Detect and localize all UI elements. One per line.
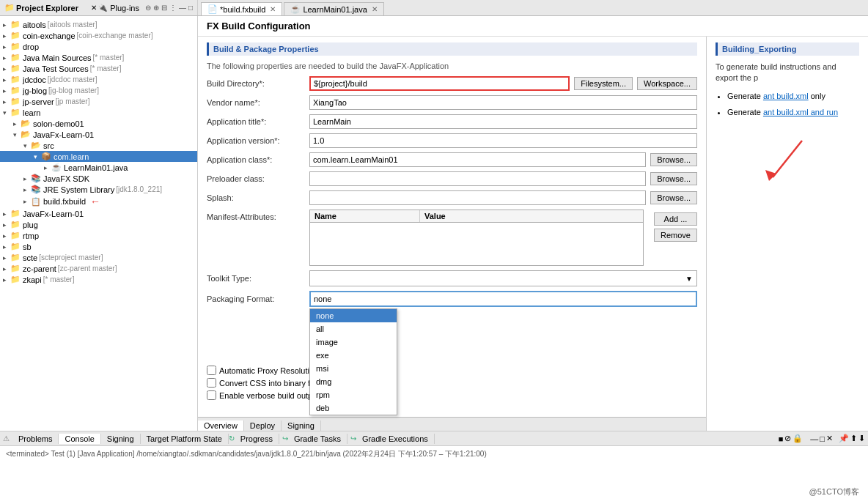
app-class-browse-btn[interactable]: Browse...: [650, 153, 697, 166]
app-class-input[interactable]: [309, 152, 646, 167]
tree-arrow: ▸: [3, 276, 10, 284]
tree-item-label: scte: [23, 253, 37, 262]
tab-console[interactable]: Console: [59, 434, 100, 444]
packaging-option-image[interactable]: image: [310, 336, 397, 349]
packaging-option-rpm[interactable]: rpm: [310, 388, 397, 401]
tree-item-drop[interactable]: ▸📁drop: [0, 41, 197, 52]
tree-item-java-test-sources[interactable]: ▸📁Java Test Sources [* master]: [0, 63, 197, 74]
overview-tab[interactable]: Overview: [198, 420, 244, 431]
filter-btn[interactable]: ⊟: [161, 4, 167, 12]
tab-build-fxbuild-close[interactable]: ✕: [270, 5, 276, 13]
tree-item-solon-demo01[interactable]: ▸📂solon-demo01: [0, 118, 197, 129]
gradle-icon: ↪: [282, 434, 288, 442]
nav-up-btn[interactable]: ⬆: [850, 434, 857, 443]
nav-down-btn[interactable]: ⬇: [858, 434, 865, 443]
tree-item-scte[interactable]: ▸📁scte [scteproject master]: [0, 252, 197, 263]
tab-learnmain01[interactable]: ☕ LearnMain01.java ✕: [284, 2, 383, 15]
splash-input[interactable]: [309, 190, 646, 205]
deploy-tab[interactable]: Deploy: [244, 420, 282, 431]
preloader-class-input[interactable]: [309, 171, 646, 186]
filesystem-btn[interactable]: Filesystem...: [574, 77, 633, 90]
packaging-option-none[interactable]: none: [310, 309, 397, 322]
add-manifest-btn[interactable]: Add ...: [654, 212, 697, 226]
packaging-option-deb[interactable]: deb: [310, 401, 397, 415]
signing-tab[interactable]: Signing: [282, 420, 321, 431]
bottom-tabs-bar: ⚠ Problems Console Signing Target Platfo…: [0, 431, 868, 446]
tree-item-aitools[interactable]: ▸📁aitools [aitools master]: [0, 19, 197, 30]
pin-btn[interactable]: 📌: [839, 434, 849, 443]
packaging-option-msi[interactable]: msi: [310, 362, 397, 375]
convert-css-checkbox[interactable]: [207, 378, 216, 388]
ant-build-xml-link[interactable]: ant build.xml: [763, 92, 809, 100]
tree-item-learnmain01[interactable]: ▸☕LearnMain01.java: [0, 162, 197, 173]
collapse-btn[interactable]: ⊖: [145, 4, 151, 12]
tab-build-fxbuild[interactable]: 📄 *build.fxbuild ✕: [201, 2, 282, 15]
vendor-name-input[interactable]: [309, 95, 697, 110]
tree-item-jg-blog[interactable]: ▸📁jg-blog [jg-blog master]: [0, 85, 197, 96]
packaging-option-all[interactable]: all: [310, 322, 397, 336]
tab-problems[interactable]: Problems: [12, 434, 59, 444]
tree-item-icon: 📂: [21, 119, 31, 128]
tree-item-src[interactable]: ▾📂src: [0, 140, 197, 151]
preloader-class-label: Preloader class:: [207, 174, 309, 183]
packaging-format-input[interactable]: [309, 291, 697, 307]
automatic-proxy-checkbox[interactable]: [207, 366, 216, 375]
maximize-bottom-btn[interactable]: □: [820, 434, 825, 443]
toolkit-type-select[interactable]: Ant Gradle: [309, 270, 697, 286]
tree-item-plug[interactable]: ▸📁plug: [0, 219, 197, 230]
menu-btn[interactable]: ⋮: [169, 4, 177, 12]
app-version-input[interactable]: [309, 133, 697, 148]
tree-item-icon: 📁: [10, 231, 21, 240]
tree-item-jp-server[interactable]: ▸📁jp-server [jp master]: [0, 96, 197, 107]
tree-item-label: LearnMain01.java: [64, 163, 128, 172]
tab-signing-bottom[interactable]: Signing: [101, 434, 141, 444]
build-directory-input[interactable]: [309, 76, 570, 91]
scroll-lock-btn[interactable]: 🔒: [792, 434, 803, 443]
minimize-btn[interactable]: —: [179, 4, 186, 12]
tree-item-java-main-sources[interactable]: ▸📁Java Main Sources [* master]: [0, 52, 197, 63]
build-directory-label: Build Directory*:: [207, 79, 309, 88]
tree-item-javafx-learn-01-b[interactable]: ▸📁JavaFx-Learn-01: [0, 208, 197, 219]
verbose-build-checkbox[interactable]: [207, 390, 216, 400]
expand-btn[interactable]: ⊕: [153, 4, 159, 12]
plug-ins-label: Plug-ins: [110, 4, 139, 12]
tree-item-com-learn[interactable]: ▾📦com.learn: [0, 151, 197, 162]
tab-learnmain01-label: LearnMain01.java: [303, 5, 367, 14]
tree-item-icon: 📁: [10, 53, 21, 62]
remove-manifest-btn[interactable]: Remove: [654, 229, 697, 242]
preloader-browse-btn[interactable]: Browse...: [650, 172, 697, 185]
packaging-format-dropdown[interactable]: none all image exe msi dmg rpm deb: [309, 308, 397, 415]
tab-gradle-tasks[interactable]: Gradle Tasks: [288, 434, 347, 444]
minimize-bottom-btn[interactable]: —: [810, 434, 818, 443]
manifest-body[interactable]: [309, 222, 644, 266]
tree-item-jdcdoc[interactable]: ▸📁jdcdoc [jdcdoc master]: [0, 74, 197, 85]
tab-gradle-executions[interactable]: Gradle Executions: [356, 434, 435, 444]
maximize-btn[interactable]: □: [188, 4, 193, 12]
tree-item-rtmp[interactable]: ▸📁rtmp: [0, 230, 197, 241]
app-title-input[interactable]: [309, 114, 697, 129]
tree-item-learn[interactable]: ▾📁learn: [0, 107, 197, 118]
splash-browse-btn[interactable]: Browse...: [650, 191, 697, 204]
tree-item-zkapi[interactable]: ▸📁zkapi [* master]: [0, 274, 197, 285]
packaging-option-dmg[interactable]: dmg: [310, 375, 397, 388]
tab-learnmain01-close[interactable]: ✕: [372, 5, 378, 13]
close-left-tab[interactable]: ✕: [91, 4, 97, 12]
stop-btn[interactable]: ■: [779, 434, 784, 443]
ant-build-xml-run-link[interactable]: ant build.xml and run: [763, 108, 838, 116]
app-class-row: Application class*: Browse...: [207, 152, 697, 167]
tree-item-javafx-sdk[interactable]: ▸📚JavaFX SDK: [0, 173, 197, 184]
close-bottom-btn[interactable]: ✕: [826, 434, 833, 443]
tree-item-zc-parent[interactable]: ▸📁zc-parent [zc-parent master]: [0, 263, 197, 274]
tree-item-jre-system[interactable]: ▸📚JRE System Library [jdk1.8.0_221]: [0, 184, 197, 195]
workspace-btn[interactable]: Workspace...: [637, 77, 697, 90]
convert-css-label: Convert CSS into binary form: [219, 379, 324, 388]
tree-item-icon: 📚: [31, 174, 41, 183]
tree-item-build-fxbuild[interactable]: ▸📋build.fxbuild←: [0, 195, 197, 208]
tree-item-sb[interactable]: ▸📁sb: [0, 241, 197, 252]
tab-target-platform[interactable]: Target Platform State: [141, 434, 229, 444]
tree-item-coin-exchange[interactable]: ▸📁coin-exchange [coin-exchange master]: [0, 30, 197, 41]
packaging-option-exe[interactable]: exe: [310, 349, 397, 362]
tab-progress[interactable]: Progress: [235, 434, 279, 444]
clear-console-btn[interactable]: ⊘: [784, 434, 791, 443]
tree-item-javafx-learn-01[interactable]: ▾📂JavaFx-Learn-01: [0, 129, 197, 140]
